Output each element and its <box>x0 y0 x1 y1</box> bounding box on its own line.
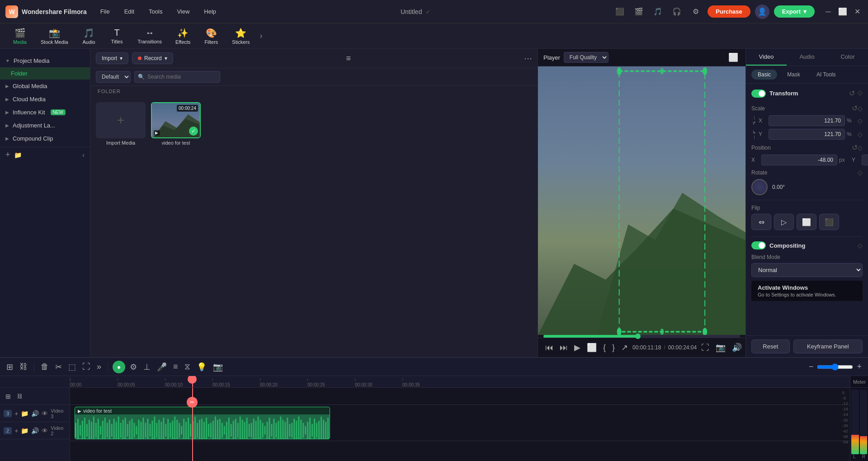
progress-thumb[interactable] <box>635 334 641 339</box>
track2-volume-icon[interactable]: 🔊 <box>31 427 39 434</box>
music-icon[interactable]: 🎵 <box>651 5 665 19</box>
scale-y-input[interactable] <box>769 129 845 140</box>
effects-timeline-button[interactable]: 💡 <box>195 361 208 373</box>
headphone-icon[interactable]: 🎧 <box>670 5 684 19</box>
cut-button[interactable]: ✂ <box>53 361 64 373</box>
toolbar-effects[interactable]: ✨ Effects <box>170 26 196 47</box>
transform-keyframe-icon[interactable]: ◇ <box>858 89 863 98</box>
transform-reset-icon[interactable]: ↺ <box>849 89 855 98</box>
tab-video[interactable]: Video <box>746 49 787 66</box>
film-icon[interactable]: 🎬 <box>632 5 646 19</box>
mark-out-button[interactable]: } <box>610 342 617 353</box>
toolbar-transitions[interactable]: ↔ Transitions <box>132 26 167 46</box>
toolbar-audio[interactable]: 🎵 Audio <box>76 26 102 47</box>
settings-timeline-button[interactable]: ⚙ <box>128 361 139 373</box>
sidebar-collapse-button[interactable]: ‹ <box>82 151 85 159</box>
toolbar-titles[interactable]: T Titles <box>104 26 130 46</box>
settings-icon[interactable]: ⚙ <box>689 5 703 19</box>
subtitle-button[interactable]: ≡ <box>171 361 180 372</box>
progress-bar[interactable] <box>543 335 740 338</box>
snapshot-button[interactable]: 📷 <box>714 342 727 353</box>
crop-button[interactable]: ⬜ <box>585 342 599 353</box>
filter-sort-button[interactable]: ≡ <box>346 54 351 63</box>
scale-keyframe-icon[interactable]: ◇ <box>858 105 863 112</box>
sidebar-item-project-media[interactable]: ▼ Project Media <box>0 54 90 67</box>
tab-audio[interactable]: Audio <box>787 49 827 66</box>
audio-timeline-button[interactable]: 🎤 <box>155 361 169 373</box>
record-timeline-button[interactable]: ● <box>113 361 125 373</box>
search-input[interactable] <box>134 71 220 83</box>
compositing-toggle[interactable] <box>751 241 766 249</box>
skip-back-button[interactable]: ⏮ <box>543 342 555 353</box>
track2-folder-icon[interactable]: 📁 <box>21 427 28 434</box>
blend-mode-select[interactable]: Normal <box>751 263 863 277</box>
tab-color[interactable]: Color <box>827 49 868 66</box>
delete-button[interactable]: 🗑 <box>39 361 51 372</box>
menu-help[interactable]: Help <box>201 6 219 17</box>
menu-edit[interactable]: Edit <box>122 6 137 17</box>
zoom-slider[interactable] <box>817 363 853 371</box>
monitor-icon[interactable]: ⬛ <box>613 5 627 19</box>
add-folder-button[interactable]: + <box>5 150 10 160</box>
sidebar-item-adjustment[interactable]: ▶ Adjustment La... <box>0 119 90 132</box>
toolbar-stock[interactable]: 📸 Stock Media <box>35 26 74 47</box>
import-button[interactable]: Import ▾ <box>96 52 128 64</box>
flip-option-3-button[interactable]: ⬜ <box>797 214 816 230</box>
camera-timeline-button[interactable]: 📷 <box>211 361 225 373</box>
add-track-button[interactable]: ⊞ <box>5 361 15 373</box>
import-media-thumb[interactable]: + <box>96 102 146 138</box>
frame-back-button[interactable]: ⏭ <box>558 342 570 353</box>
video-clip-block[interactable]: ▶ video for test <box>75 407 330 439</box>
record-button[interactable]: Record ▾ <box>132 52 173 64</box>
track3-add-icon[interactable]: + <box>14 410 18 417</box>
rotate-wheel[interactable] <box>751 179 768 195</box>
minimize-button[interactable]: ─ <box>823 6 834 17</box>
menu-view[interactable]: View <box>174 6 192 17</box>
more-tools-button[interactable]: » <box>95 361 103 372</box>
video-thumb[interactable]: 00:00:24 ✓ ▶ <box>151 102 201 138</box>
audio-button[interactable]: 🔊 <box>730 342 744 353</box>
playhead-line[interactable]: ✂ <box>192 388 193 461</box>
track3-volume-icon[interactable]: 🔊 <box>31 410 39 417</box>
player-settings-icon[interactable]: ⬜ <box>726 52 740 63</box>
sidebar-item-global-media[interactable]: ▶ Global Media <box>0 80 90 93</box>
zoom-in-button[interactable]: + <box>855 361 863 372</box>
compositing-keyframe-icon[interactable]: ◇ <box>858 242 863 249</box>
video-for-test-item[interactable]: 00:00:24 ✓ ▶ video for test <box>151 102 201 146</box>
keyframe-panel-button[interactable]: Keyframe Panel <box>793 339 863 353</box>
more-options-button[interactable]: ⋯ <box>524 53 532 63</box>
track3-eye-icon[interactable]: 👁 <box>42 410 48 417</box>
toolbar-filters[interactable]: 🎨 Filters <box>198 26 224 47</box>
purchase-button[interactable]: Purchase <box>708 5 750 18</box>
mark-in-button[interactable]: { <box>601 342 608 353</box>
import-media-item[interactable]: + Import Media <box>96 102 146 146</box>
select-all-button[interactable]: ⬚ <box>66 361 78 373</box>
sidebar-item-compound-clip[interactable]: ▶ Compound Clip <box>0 132 90 145</box>
sidebar-folder[interactable]: Folder <box>0 67 90 80</box>
transform-toggle[interactable] <box>751 89 766 98</box>
user-avatar[interactable]: 👤 <box>755 5 769 19</box>
link-button[interactable]: ⛓ <box>18 361 29 372</box>
flip-option-4-button[interactable]: ⬛ <box>819 214 839 230</box>
toolbar-stickers[interactable]: ⭐ Stickers <box>226 26 255 47</box>
scale-x-input[interactable] <box>769 115 845 126</box>
position-x-input[interactable] <box>761 155 837 165</box>
add-track-plus-icon[interactable]: ⊞ <box>4 392 13 401</box>
reset-button[interactable]: Reset <box>751 339 790 353</box>
maximize-button[interactable]: ⬜ <box>837 6 848 17</box>
quality-select[interactable]: Full Quality <box>564 52 609 63</box>
flip-vertical-button[interactable]: ▷ <box>774 214 794 230</box>
insert-button[interactable]: ↗ <box>619 342 630 353</box>
playhead-top-handle[interactable] <box>188 376 197 384</box>
crop-timeline-button[interactable]: ⛶ <box>80 361 92 372</box>
menu-tools[interactable]: Tools <box>146 6 165 17</box>
sort-select[interactable]: Default <box>96 71 131 83</box>
subtab-mask[interactable]: Mask <box>781 70 807 80</box>
link-tracks-icon[interactable]: ⛓ <box>15 392 24 400</box>
add-track-row[interactable]: ⊞ ⛓ <box>0 388 70 405</box>
sidebar-item-cloud-media[interactable]: ▶ Cloud Media <box>0 93 90 106</box>
subtab-ai-tools[interactable]: AI Tools <box>810 70 842 80</box>
motion-button[interactable]: ⧖ <box>183 361 192 372</box>
play-button[interactable]: ▶ <box>572 342 582 353</box>
fullscreen-button[interactable]: ⛶ <box>699 342 711 353</box>
